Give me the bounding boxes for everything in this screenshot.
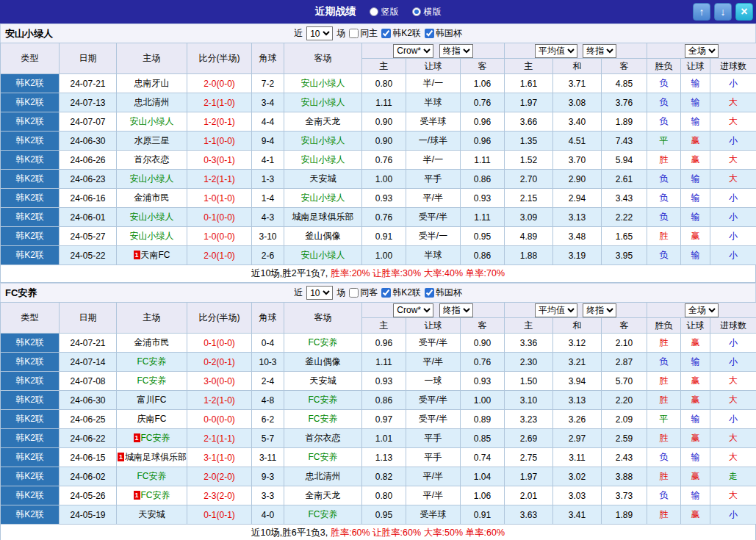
euro-stage-select[interactable]: 终指: [583, 303, 616, 317]
home-team-cell: FC安养: [117, 372, 187, 391]
average-select[interactable]: 平均值: [535, 303, 577, 317]
same-venue-checkbox[interactable]: [349, 29, 359, 38]
filter-bar: 近 10 场 同客 韩K2联 韩国杯: [294, 286, 462, 300]
league-filter[interactable]: 韩K2联: [381, 287, 421, 299]
handicap-home-odds: 0.96: [362, 334, 406, 353]
score-cell: 0-1(0-1): [187, 505, 252, 525]
corners-cell: 3-11: [252, 448, 284, 467]
euro-home-odds: 3.63: [505, 505, 553, 525]
match-row: 韩K2联24-07-13忠北清州2-1(1-0)3-4安山小绿人1.11半球0.…: [1, 93, 756, 112]
match-result-cell: 负: [647, 246, 681, 265]
match-row: 韩K2联24-06-151城南足球俱乐部3-1(1-0)3-11FC安养1.13…: [1, 448, 756, 467]
match-row: 韩K2联24-05-261FC安养2-3(2-0)3-3全南天龙0.80平/半1…: [1, 486, 756, 505]
euro-away-odds: 4.85: [602, 74, 647, 93]
radio-horizontal-icon[interactable]: [412, 7, 421, 16]
move-up-button[interactable]: ↑: [693, 3, 710, 21]
handicap-away-odds: 0.96: [461, 112, 505, 132]
league-checkbox[interactable]: [381, 288, 391, 298]
recent-count-select[interactable]: 10: [306, 26, 333, 40]
team-name-text: 首尔衣恋: [134, 154, 170, 165]
bookmaker-select[interactable]: Crow*: [393, 303, 433, 317]
handicap-result-cell: 赢: [681, 391, 710, 410]
euro-away-odds: 3.88: [602, 467, 647, 486]
handicap-result-cell: 赢: [681, 429, 710, 448]
team-name-text: 安山小绿人: [301, 97, 345, 107]
home-team-cell: 忠北清州: [117, 93, 187, 112]
move-down-button[interactable]: ↓: [714, 3, 732, 21]
bookmaker-select[interactable]: Crow*: [393, 44, 433, 58]
team-name-text: 全南天龙: [306, 116, 341, 126]
league-checkbox[interactable]: [381, 29, 391, 38]
match-result-cell: 负: [647, 448, 681, 467]
mode-vertical[interactable]: 竖版: [370, 6, 399, 18]
away-team-cell: 安山小绿人: [284, 74, 362, 93]
match-result-cell: 负: [647, 93, 681, 112]
average-select[interactable]: 平均值: [535, 44, 577, 58]
league-cell: 韩K2联: [1, 93, 60, 112]
col-type: 类型: [1, 303, 60, 334]
handicap-home-odds: 1.00: [362, 170, 406, 189]
team-name-text: 金浦市民: [134, 192, 170, 203]
fullmatch-select[interactable]: 全场: [685, 303, 719, 317]
col-asian-home: 主: [362, 318, 406, 334]
same-venue-filter[interactable]: 同客: [349, 287, 378, 299]
handicap-home-odds: 1.11: [362, 93, 406, 112]
handicap-home-odds: 0.82: [362, 467, 406, 486]
handicap-home-odds: 1.13: [362, 448, 406, 467]
corners-cell: 9-3: [252, 467, 284, 486]
handicap-line: 平手: [406, 170, 461, 189]
handicap-line: 受半球: [406, 505, 461, 525]
league-cell: 韩K2联: [1, 391, 60, 410]
match-row: 韩K2联24-05-221天南FC2-0(1-0)2-6安山小绿人1.00半球0…: [1, 246, 756, 265]
asian-stage-select[interactable]: 终指: [439, 303, 473, 317]
home-team-cell: 天安城: [117, 505, 187, 525]
handicap-away-odds: 1.06: [461, 486, 505, 505]
cup-checkbox[interactable]: [425, 288, 434, 298]
radio-vertical-icon[interactable]: [370, 7, 378, 16]
euro-away-odds: 2.87: [602, 353, 647, 372]
header-row-1: 类型 日期 主场 比分(半场) 角球 客场 Crow* 终指 平均值 终指: [1, 43, 756, 59]
handicap-away-odds: 0.95: [461, 227, 505, 246]
handicap-line: 受平/半: [406, 334, 461, 353]
handicap-result-cell: 输: [681, 74, 710, 93]
team-name-text: 天南FC: [141, 250, 170, 260]
handicap-result-cell: 输: [681, 208, 710, 227]
goals-result-cell: 小: [710, 74, 756, 93]
euro-draw-odds: 3.12: [553, 334, 602, 353]
home-team-cell: 水原三星: [117, 132, 187, 151]
match-result-cell: 胜: [647, 391, 681, 410]
handicap-home-odds: 0.95: [362, 505, 406, 525]
team-name-text: 釜山偶像: [306, 231, 341, 241]
handicap-result-cell: 输: [681, 410, 710, 429]
league-cell: 韩K2联: [1, 486, 60, 505]
mode-horizontal[interactable]: 横版: [412, 6, 442, 18]
score-cell: 1-0(0-0): [187, 227, 252, 246]
fullmatch-select[interactable]: 全场: [685, 44, 719, 58]
euro-away-odds: 1.65: [602, 227, 647, 246]
handicap-away-odds: 0.86: [461, 170, 505, 189]
league-cell: 韩K2联: [1, 227, 60, 246]
league-filter[interactable]: 韩K2联: [381, 27, 421, 40]
recent-label: 近: [294, 287, 303, 299]
score-cell: 2-1(1-0): [187, 93, 252, 112]
goals-result-cell: 小: [710, 353, 756, 372]
date-cell: 24-05-26: [60, 486, 117, 505]
recent-count-select[interactable]: 10: [306, 286, 333, 300]
handicap-away-odds: 0.76: [461, 93, 505, 112]
match-result-cell: 负: [647, 353, 681, 372]
col-away: 客场: [284, 303, 362, 334]
red-card-badge: 1: [118, 453, 124, 461]
col-home: 主场: [117, 303, 187, 334]
same-venue-filter[interactable]: 同主: [349, 27, 378, 40]
euro-stage-select[interactable]: 终指: [583, 44, 616, 58]
euro-away-odds: 2.59: [602, 429, 647, 448]
same-venue-label: 同客: [360, 287, 378, 299]
close-button[interactable]: ×: [735, 3, 753, 21]
away-team-cell: 全南天龙: [284, 486, 362, 505]
cup-filter[interactable]: 韩国杯: [425, 287, 462, 299]
asian-stage-select[interactable]: 终指: [439, 44, 473, 58]
same-venue-checkbox[interactable]: [349, 288, 359, 298]
cup-filter[interactable]: 韩国杯: [425, 27, 462, 40]
cup-checkbox[interactable]: [425, 29, 434, 38]
result-scope-select-cell: 全场: [647, 43, 756, 59]
